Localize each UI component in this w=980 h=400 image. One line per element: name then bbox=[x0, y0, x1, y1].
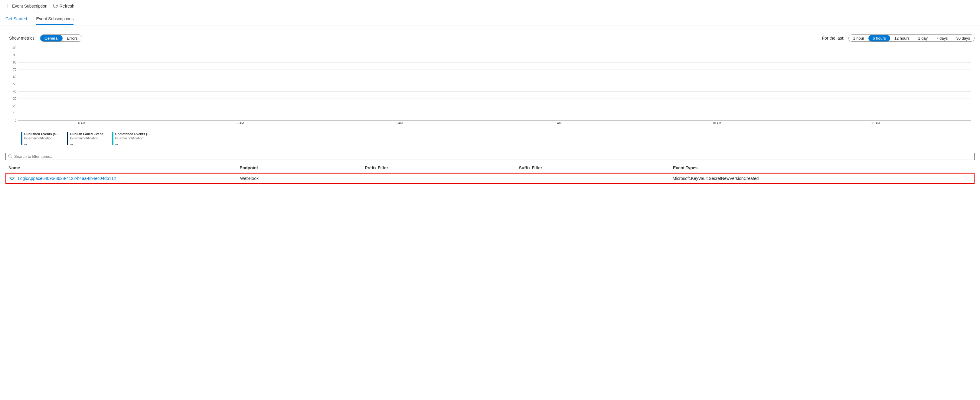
search-input[interactable] bbox=[14, 154, 972, 159]
gridline bbox=[18, 120, 971, 121]
metrics-option-general[interactable]: General bbox=[40, 35, 63, 41]
plus-icon bbox=[5, 4, 10, 8]
subscription-name-link[interactable]: LogicAppace6409b-8628-4122-b4aa-8b4ec04d… bbox=[18, 176, 116, 181]
legend-value: -- bbox=[70, 141, 105, 148]
legend-item[interactable]: Publish Failed Event...kv-emailnotificat… bbox=[67, 132, 105, 147]
show-metrics-label: Show metrics: bbox=[9, 36, 36, 41]
new-subscription-label: Event Subscription bbox=[12, 4, 48, 8]
gridline bbox=[18, 106, 971, 106]
y-tick-label: 70 bbox=[9, 68, 16, 71]
time-option-7-days[interactable]: 7 days bbox=[932, 35, 952, 41]
x-tick-label: 10 AM bbox=[713, 122, 721, 125]
y-tick-label: 0 bbox=[9, 119, 16, 122]
legend-source: kv-emailnotification... bbox=[115, 136, 151, 140]
new-subscription-button[interactable]: Event Subscription bbox=[5, 4, 48, 8]
legend-item[interactable]: Published Events (Sum)kv-emailnotificati… bbox=[21, 132, 60, 147]
gridline bbox=[18, 70, 971, 70]
col-header-name[interactable]: Name bbox=[8, 165, 240, 170]
y-tick-label: 50 bbox=[9, 83, 16, 86]
x-tick-label: 11 AM bbox=[872, 122, 880, 125]
cell-endpoint: WebHook bbox=[240, 176, 365, 181]
svg-rect-1 bbox=[10, 177, 15, 178]
table-header: Name Endpoint Prefix Filter Suffix Filte… bbox=[5, 163, 975, 173]
y-tick-label: 90 bbox=[9, 54, 16, 57]
legend-value: -- bbox=[115, 141, 151, 148]
time-option-1-day[interactable]: 1 day bbox=[914, 35, 932, 41]
y-tick-label: 30 bbox=[9, 97, 16, 100]
x-tick-label: 7 AM bbox=[237, 122, 244, 125]
legend-source: kv-emailnotification... bbox=[24, 136, 60, 140]
gridline bbox=[18, 84, 971, 84]
refresh-icon bbox=[53, 4, 58, 8]
gridline bbox=[18, 62, 971, 63]
x-tick-label: 8 AM bbox=[396, 122, 403, 125]
tab-event-subscriptions[interactable]: Event Subscriptions bbox=[36, 16, 74, 25]
y-tick-label: 20 bbox=[9, 104, 16, 108]
command-bar: Event Subscription Refresh bbox=[0, 0, 980, 12]
y-tick-label: 10 bbox=[9, 111, 16, 115]
svg-point-0 bbox=[8, 155, 11, 157]
metrics-toggle: GeneralErrors bbox=[40, 35, 82, 42]
x-tick-label: 6 AM bbox=[78, 122, 85, 125]
x-tick-label: 9 AM bbox=[555, 122, 562, 125]
legend-value: -- bbox=[24, 141, 60, 148]
time-option-6-hours[interactable]: 6 hours bbox=[869, 35, 890, 41]
gridline bbox=[18, 91, 971, 92]
search-box[interactable] bbox=[5, 153, 975, 160]
y-tick-label: 100 bbox=[9, 46, 16, 49]
gridline bbox=[18, 113, 971, 113]
legend-color-bar bbox=[112, 132, 113, 145]
time-option-30-days[interactable]: 30 days bbox=[952, 35, 974, 41]
tab-get-started[interactable]: Get Started bbox=[5, 16, 27, 25]
metrics-chart: 0102030405060708090100 6 AM7 AM8 AM9 AM1… bbox=[0, 45, 980, 147]
subscriptions-table: Name Endpoint Prefix Filter Suffix Filte… bbox=[0, 160, 980, 191]
time-range-label: For the last: bbox=[822, 36, 845, 41]
time-option-1-hour[interactable]: 1 hour bbox=[849, 35, 869, 41]
gridline bbox=[18, 98, 971, 99]
time-option-12-hours[interactable]: 12 hours bbox=[890, 35, 914, 41]
col-header-suffix[interactable]: Suffix Filter bbox=[519, 165, 673, 170]
legend-series-name: Unmatched Events (Sum) bbox=[115, 132, 151, 136]
legend-color-bar bbox=[67, 132, 68, 145]
filter-row: Show metrics: GeneralErrors For the last… bbox=[0, 25, 980, 45]
table-row[interactable]: LogicAppace6409b-8628-4122-b4aa-8b4ec04d… bbox=[5, 173, 975, 184]
col-header-endpoint[interactable]: Endpoint bbox=[240, 165, 365, 170]
col-header-types[interactable]: Event Types bbox=[673, 165, 972, 170]
time-range-toggle: 1 hour6 hours12 hours1 day7 days30 days bbox=[848, 35, 975, 42]
tab-bar: Get Started Event Subscriptions bbox=[0, 12, 980, 25]
gridline bbox=[18, 77, 971, 77]
refresh-label: Refresh bbox=[60, 4, 75, 8]
legend-item[interactable]: Unmatched Events (Sum)kv-emailnotificati… bbox=[112, 132, 151, 147]
metrics-option-errors[interactable]: Errors bbox=[63, 35, 82, 41]
search-icon bbox=[8, 154, 13, 159]
gridline bbox=[18, 55, 971, 56]
refresh-button[interactable]: Refresh bbox=[53, 4, 75, 8]
event-subscription-icon bbox=[10, 176, 15, 181]
cell-event-types: Microsoft.KeyVault.SecretNewVersionCreat… bbox=[673, 176, 970, 181]
legend-color-bar bbox=[21, 132, 22, 145]
legend-series-name: Published Events (Sum) bbox=[24, 132, 60, 136]
legend-source: kv-emailnotification... bbox=[70, 136, 105, 140]
y-tick-label: 80 bbox=[9, 61, 16, 64]
col-header-prefix[interactable]: Prefix Filter bbox=[365, 165, 519, 170]
y-tick-label: 60 bbox=[9, 75, 16, 79]
y-tick-label: 40 bbox=[9, 90, 16, 93]
legend-series-name: Publish Failed Event... bbox=[70, 132, 105, 136]
